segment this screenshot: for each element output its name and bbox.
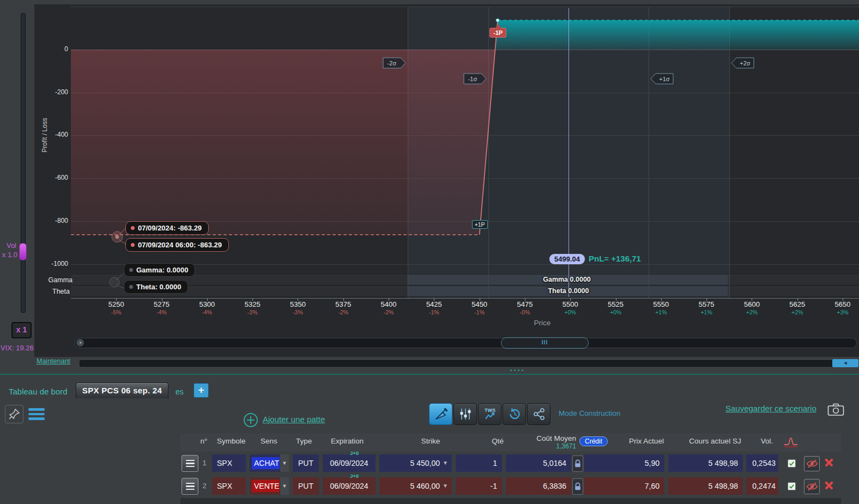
x-tick-label: 5250 xyxy=(99,300,134,308)
symbol-cell[interactable]: SPX xyxy=(212,477,246,495)
add-leg-plus-icon[interactable] xyxy=(244,413,258,427)
x-tick-label: 5600 xyxy=(734,300,769,308)
sens-value[interactable]: ACHAT xyxy=(252,457,281,469)
history-button[interactable] xyxy=(503,403,526,425)
cost-cell[interactable]: 6,3836 xyxy=(506,477,571,495)
y-tick-label: 0 xyxy=(38,45,68,53)
col-expiration: Expiration xyxy=(331,437,364,445)
share-button[interactable] xyxy=(527,403,551,425)
save-scenario-link[interactable]: Sauvegarder ce scenario xyxy=(725,404,816,413)
now-link[interactable]: Maintenant xyxy=(37,357,70,365)
screenshot-button[interactable] xyxy=(827,403,844,418)
lock-cost-button[interactable] xyxy=(572,478,583,495)
eye-off-icon xyxy=(806,482,818,491)
col-cost: Coût Moyen xyxy=(515,434,576,442)
tws-chart-icon: TWS xyxy=(482,406,498,422)
qty-cell[interactable]: -1 xyxy=(456,477,502,495)
tab-active-strategy[interactable]: SPX PCS 06 sep. 24 xyxy=(76,382,168,398)
x-tick-percent: +1% xyxy=(689,309,724,315)
vol-label: Vol xyxy=(0,241,16,250)
dropdown-arrow-icon[interactable]: ▼ xyxy=(280,454,289,472)
row-drag-handle[interactable] xyxy=(182,455,198,472)
chart-dynamic-layer: 0-200-400-600-800-1000-2σ-1σ+1σ+2σ5250-5… xyxy=(0,0,859,504)
tab-dashboard[interactable]: Tableau de bord xyxy=(9,387,68,396)
current-price-cell: 7,60 xyxy=(584,477,664,495)
sens-value[interactable]: VENTE xyxy=(252,480,282,492)
x-tick-percent: -4% xyxy=(190,309,225,315)
remove-leg-button[interactable] xyxy=(824,480,834,491)
x-tick-label: 5375 xyxy=(326,300,361,308)
expiration-cell[interactable]: 06/09/2024 xyxy=(323,454,376,472)
row-drag-handle[interactable] xyxy=(182,478,198,495)
add-tab-button[interactable]: + xyxy=(193,383,209,398)
y-tick-label: -200 xyxy=(38,88,68,96)
credit-badge[interactable]: Crédit xyxy=(579,436,608,446)
strike-cell[interactable]: 5 450,00 xyxy=(379,454,452,472)
x-tick-label: 5525 xyxy=(598,300,633,308)
tab-es[interactable]: es xyxy=(176,387,184,396)
x-tick-percent: -3% xyxy=(280,309,315,315)
leg-row-1: 1 SPX ACHAT ▼ PUT 06/09/2024 J+0 5 450,0… xyxy=(0,454,859,472)
menu-button[interactable] xyxy=(28,408,45,420)
expiration-cell[interactable]: 06/09/2024 xyxy=(323,477,376,495)
dte-badge: J+0 xyxy=(335,450,373,456)
cost-cell[interactable]: 5,0164 xyxy=(506,454,571,472)
sliders-icon xyxy=(458,407,473,421)
vol-reset-button[interactable]: x 1 xyxy=(11,322,32,338)
x-tick-percent: -3% xyxy=(235,309,270,315)
x-tick-label: 5550 xyxy=(644,300,679,308)
sens-cell[interactable]: ACHAT ▼ xyxy=(250,454,289,472)
y-tick-label: -600 xyxy=(38,174,68,181)
toggle-leg-visibility-button[interactable] xyxy=(804,479,820,494)
toggle-leg-visibility-button[interactable] xyxy=(804,456,820,471)
type-cell[interactable]: PUT xyxy=(293,454,319,472)
pin-button[interactable] xyxy=(5,405,23,423)
svg-text:TWS: TWS xyxy=(485,408,495,413)
sigma-tag: -2σ xyxy=(383,57,407,71)
panel-drag-handle-icon[interactable] xyxy=(510,369,523,371)
scrollbar-left-arrow-icon[interactable]: ◄ xyxy=(76,339,84,347)
lock-cost-button[interactable] xyxy=(572,456,583,472)
vol-slider-track[interactable] xyxy=(21,13,26,313)
x-tick-percent: -2% xyxy=(371,309,406,315)
col-type: Type xyxy=(296,437,312,445)
vol-slider-thumb[interactable] xyxy=(19,243,27,260)
chart-scrollbar-track[interactable]: ◄ III xyxy=(75,338,857,348)
x-tick-percent: +3% xyxy=(825,309,859,315)
x-tick-percent: -4% xyxy=(144,309,179,315)
strike-cell[interactable]: 5 460,00 xyxy=(379,477,452,495)
adjust-sliders-button[interactable] xyxy=(453,403,477,425)
chart-scrollbar-thumb[interactable]: III xyxy=(501,337,589,349)
x-tick-label: 5425 xyxy=(416,300,451,308)
lock-icon xyxy=(574,482,582,491)
sigma-tag: -1σ xyxy=(463,73,487,87)
camera-icon xyxy=(827,403,844,416)
payoff-curve-icon[interactable] xyxy=(783,436,798,451)
time-slider-track[interactable] xyxy=(80,360,834,367)
include-leg-checkbox[interactable] xyxy=(788,482,796,490)
qty-cell[interactable]: 1 xyxy=(456,454,502,472)
y-tick-label: -800 xyxy=(38,217,68,224)
tws-link-button[interactable]: TWS xyxy=(478,403,501,425)
type-cell[interactable]: PUT xyxy=(293,477,319,495)
col-strike: Strike xyxy=(409,437,452,445)
next-row-peek xyxy=(180,498,841,504)
col-price: Prix Actuel xyxy=(624,437,669,445)
include-leg-checkbox[interactable] xyxy=(788,459,796,467)
symbol-cell[interactable]: SPX xyxy=(212,454,246,472)
time-slider-arrow-button[interactable]: ◄ xyxy=(832,359,858,367)
x-tick-percent: -0% xyxy=(507,309,542,315)
x-tick-label: 5300 xyxy=(190,300,225,308)
dropdown-arrow-icon[interactable]: ▼ xyxy=(280,477,289,495)
sens-cell[interactable]: VENTE ▼ xyxy=(250,477,289,495)
remove-leg-button[interactable] xyxy=(824,457,834,468)
section-divider xyxy=(0,374,859,375)
col-vol: Vol. xyxy=(757,437,777,445)
x-tick-label: 5650 xyxy=(825,300,859,308)
add-leg-link[interactable]: Ajouter une patte xyxy=(263,415,325,424)
col-sens: Sens xyxy=(261,437,277,445)
x-tick-label: 5450 xyxy=(462,300,497,308)
row-number: 2 xyxy=(199,477,209,495)
row-number: 1 xyxy=(199,454,209,472)
construction-mode-button[interactable] xyxy=(429,403,452,425)
